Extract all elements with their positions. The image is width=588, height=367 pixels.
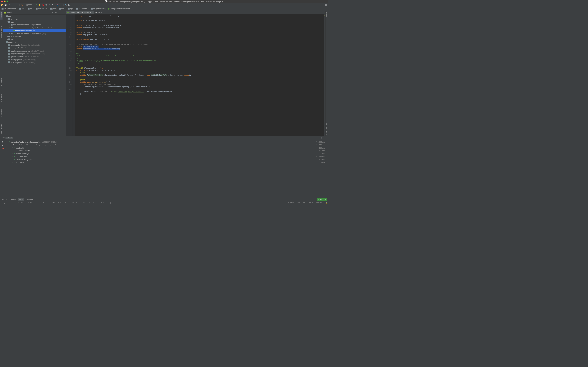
breadcrumb-item[interactable]: ExampleInstrumentedTest <box>107 8 130 10</box>
project-tree[interactable]: ▼app▶manifests▼java▶com.app.deemounus.na… <box>3 14 66 136</box>
expand-arrow-icon[interactable]: ▼ <box>4 16 6 17</box>
expand-arrow-icon[interactable]: ▼ <box>9 144 10 145</box>
tree-item[interactable]: gradle.properties(Project Properties) <box>3 55 66 58</box>
collapse-icon[interactable]: ⇥ <box>55 11 57 14</box>
open-icon[interactable]: 📂 <box>1 3 4 6</box>
lock-icon[interactable]: 🔒 <box>325 202 327 204</box>
breadcrumb-item[interactable]: androidTest〉 <box>35 8 50 10</box>
tree-item[interactable]: ▶res <box>3 38 66 41</box>
stop-icon[interactable]: ■ <box>51 3 54 6</box>
status-widget[interactable]: UTF-8 ⌃ <box>309 202 314 204</box>
tree-item[interactable]: ▼app <box>3 15 66 17</box>
breadcrumb-item[interactable]: navigationtests〉 <box>90 8 107 10</box>
editor-tab[interactable]: ExampleInstrumentedTest.java× <box>66 11 94 14</box>
gear-icon[interactable]: ⚙ <box>58 11 61 14</box>
save-icon[interactable]: 💾 <box>4 3 7 6</box>
zoom-window-button[interactable] <box>7 1 8 2</box>
project-view-selector[interactable]: Android <box>7 12 12 13</box>
sync-icon[interactable]: ⟳ <box>7 3 10 6</box>
expand-arrow-icon[interactable]: ▶ <box>7 18 8 20</box>
toggle-icon[interactable]: ◧ <box>67 3 70 6</box>
structure-tab[interactable]: Z: Structure <box>0 93 2 103</box>
close-tab-icon[interactable]: × <box>92 12 93 13</box>
breadcrumb-item[interactable]: NavigationTests〉 <box>1 8 19 10</box>
tree-item[interactable]: ▼Gradle Scripts <box>3 41 66 43</box>
sdk-manager-icon[interactable]: ⬇ <box>59 3 62 6</box>
attach-debugger-icon[interactable]: ⇲ <box>48 3 51 6</box>
editor-tab[interactable]: ▣app× <box>94 11 103 14</box>
tree-item[interactable]: gradle-wrapper.properties(Gradle Version… <box>3 50 66 52</box>
build-tree-item[interactable]: ▼✓NavigationTests: synced successfully a… <box>6 141 327 143</box>
expand-arrow-icon[interactable]: ▼ <box>6 141 8 143</box>
status-widget[interactable]: LF ⌃ <box>303 202 307 204</box>
build-variants-tab[interactable]: Build Variants <box>0 77 2 88</box>
tool-window-tab[interactable]: ▪TODO <box>1 198 8 200</box>
breadcrumb-item[interactable]: src〉 <box>27 8 35 10</box>
expand-arrow-icon[interactable]: ▼ <box>9 27 10 28</box>
close-window-button[interactable] <box>1 1 3 2</box>
tree-item[interactable]: ▼java <box>3 20 66 23</box>
expand-arrow-icon[interactable]: ▶ <box>12 161 13 163</box>
build-tree-item[interactable]: ✓Calculate task graph164 ms <box>6 158 327 161</box>
forward-icon[interactable]: → <box>16 3 18 6</box>
expand-arrow-icon[interactable]: ▶ <box>7 39 8 40</box>
status-widget[interactable]: 15:1 ⌃ <box>297 202 302 204</box>
tree-item[interactable]: ExampleInstrumentedTest <box>3 29 66 32</box>
tree-item[interactable]: settings.gradle(Project Settings) <box>3 58 66 61</box>
tree-item[interactable]: build.gradle(Project: NavigationTests) <box>3 43 66 46</box>
search-icon[interactable]: 🔍 <box>64 3 67 6</box>
build-icon[interactable]: 🔨 <box>20 3 23 6</box>
breadcrumb-item[interactable]: com〉 <box>58 8 67 10</box>
layout-captures-tab[interactable]: Layout Captures <box>0 123 2 136</box>
tree-item[interactable]: proguard-rules.pro(ProGuard Rules for ap… <box>3 52 66 55</box>
breadcrumb-item[interactable]: app〉 <box>67 8 76 10</box>
expand-arrow-icon[interactable]: ▶ <box>12 153 13 154</box>
overflow-icon[interactable]: ▦ <box>324 3 327 6</box>
hide-icon[interactable]: — <box>62 11 65 14</box>
minimize-window-button[interactable] <box>4 1 6 2</box>
tool-window-tab[interactable]: ▪6: Logcat <box>25 198 34 200</box>
restart-icon[interactable]: ↻ <box>1 141 4 143</box>
favorites-tab[interactable]: 2: Favorites <box>0 108 2 118</box>
tree-item[interactable]: ▶com.app.deemounus.navigationtests(test) <box>3 32 66 35</box>
run-icon[interactable]: ▶ <box>35 3 38 6</box>
build-tree-item[interactable]: ▶✓Run tasks981 ms <box>6 161 327 164</box>
tree-item[interactable]: build.gradle(Module: app) <box>3 47 66 50</box>
tool-window-tab[interactable]: ▪Build <box>18 198 24 200</box>
build-tree-item[interactable]: ▶✓Evaluate settings6 ms <box>6 152 327 155</box>
expand-tree-icon[interactable]: ▼ <box>2 145 4 147</box>
back-icon[interactable]: ← <box>12 3 15 6</box>
line-number-gutter[interactable]: 1234567891011121314151617181920212223242… <box>66 14 72 136</box>
tree-item[interactable]: ▼com.app.deemounus.navigationtests(andro… <box>3 26 66 29</box>
breadcrumb-item[interactable]: deemounus〉 <box>76 8 90 10</box>
gradle-tool-tab[interactable]: Gradle <box>326 11 328 18</box>
tree-item[interactable]: ▶generatedJava <box>3 35 66 38</box>
device-file-explorer-tab[interactable]: Device File Explorer <box>326 121 328 136</box>
run-config-selector[interactable]: ▣ app ▾ <box>25 4 33 6</box>
hide-icon[interactable]: — <box>324 136 327 139</box>
build-tree-item[interactable]: ▶✓Configure build4 s 781 ms <box>6 155 327 158</box>
status-widget[interactable]: 4 spaces ⌃ <box>316 202 323 204</box>
build-tree-item[interactable]: ✓Run init scripts170 ms <box>6 149 327 152</box>
apply-changes-icon[interactable]: ⚡ <box>38 3 41 6</box>
breadcrumb-item[interactable]: app〉 <box>19 8 27 10</box>
tool-window-tab[interactable]: ▪Terminal <box>9 198 18 200</box>
code-area[interactable]: package com.app.deemounus.navigationtest… <box>75 14 324 136</box>
expand-arrow-icon[interactable]: ▼ <box>12 147 13 149</box>
build-tree-item[interactable]: ▼✓Run build /Users/deemounus/Programming… <box>6 143 327 146</box>
tree-item[interactable]: local.properties(SDK Location) <box>3 61 66 64</box>
tree-item[interactable]: ▶manifests <box>3 18 66 20</box>
event-log-button[interactable]: ⓘ Event Log <box>317 198 327 201</box>
close-tab-icon[interactable]: × <box>101 12 102 13</box>
resource-manager-tool-tab[interactable]: Resource Manager <box>0 25 2 39</box>
avd-manager-icon[interactable]: 📱 <box>56 3 59 6</box>
breadcrumb-item[interactable]: java〉 <box>50 8 58 10</box>
gear-icon[interactable]: ⚙ <box>321 136 323 139</box>
expand-arrow-icon[interactable]: ▼ <box>7 21 8 23</box>
sync-tab[interactable]: Sync × <box>5 137 13 139</box>
build-output-tree[interactable]: ▼✓NavigationTests: synced successfully a… <box>5 140 328 198</box>
expand-arrow-icon[interactable]: ▶ <box>12 156 13 157</box>
debug-icon[interactable]: 🐞 <box>41 3 44 6</box>
expand-arrow-icon[interactable]: ▶ <box>7 35 8 37</box>
window-icon[interactable]: ▢ <box>1 202 2 204</box>
